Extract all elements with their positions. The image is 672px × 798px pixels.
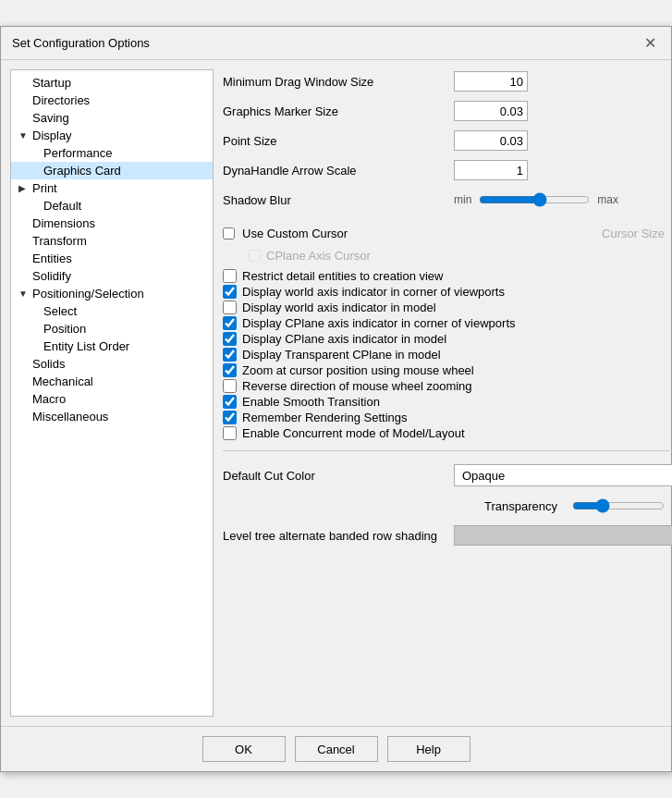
transparency-label-area: Transparency (223, 499, 565, 513)
checkbox-row-display-transparent-cplane: Display Transparent CPlane in model (223, 347, 672, 362)
sidebar-item-solids[interactable]: Solids (11, 355, 213, 373)
sidebar-item-label: Solids (32, 357, 65, 371)
sidebar-item-transform[interactable]: Transform (11, 232, 213, 250)
display-world-corner-checkbox[interactable] (223, 285, 237, 299)
zoom-cursor-checkbox[interactable] (223, 363, 237, 377)
sidebar-item-position[interactable]: Position (11, 320, 213, 338)
checkbox-row-display-world-model: Display world axis indicator in model (223, 300, 672, 315)
restrict-detail-label: Restrict detail entities to creation vie… (242, 269, 443, 283)
sidebar-item-entity-list-order[interactable]: Entity List Order (11, 338, 213, 355)
sidebar-item-startup[interactable]: Startup (11, 74, 213, 92)
display-transparent-cplane-checkbox[interactable] (223, 348, 237, 362)
min-drag-label: Minimum Drag Window Size (223, 75, 454, 89)
transparency-row: Transparency (223, 496, 672, 516)
dynahandle-label: DynaHandle Arrow Scale (223, 164, 454, 178)
sidebar-item-label: Solidify (32, 269, 71, 283)
remember-rendering-checkbox[interactable] (223, 411, 237, 424)
graphics-marker-row: Graphics Marker Size (223, 99, 672, 123)
default-cut-color-select[interactable]: Opaque Transparent Custom (454, 464, 672, 486)
sidebar-item-directories[interactable]: Directories (11, 92, 213, 109)
min-drag-input[interactable] (454, 71, 528, 92)
use-custom-cursor-checkbox[interactable] (223, 227, 235, 239)
sidebar-item-saving[interactable]: Saving (11, 109, 213, 127)
help-button[interactable]: Help (387, 736, 470, 762)
cancel-button[interactable]: Cancel (295, 736, 378, 762)
display-cplane-corner-label: Display CPlane axis indicator in corner … (242, 316, 516, 330)
dialog-body: StartupDirectoriesSaving▼DisplayPerforma… (1, 60, 671, 726)
graphics-marker-input[interactable] (454, 101, 528, 121)
display-cplane-model-checkbox[interactable] (223, 332, 237, 346)
checkbox-row-display-world-corner: Display world axis indicator in corner o… (223, 284, 672, 300)
expander-icon: ▼ (18, 289, 30, 299)
checkboxes-container: Restrict detail entities to creation vie… (223, 268, 672, 441)
ok-button[interactable]: OK (202, 736, 286, 762)
sidebar-item-positioning[interactable]: ▼Positioning/Selection (11, 285, 213, 302)
sidebar-item-label: Select (43, 304, 77, 318)
transparency-slider[interactable] (572, 498, 665, 513)
point-size-input[interactable] (454, 130, 528, 151)
remember-rendering-label: Remember Rendering Settings (242, 411, 407, 424)
settings-area: Minimum Drag Window Size Graphics Marker… (223, 69, 672, 717)
point-size-row: Point Size (223, 129, 672, 153)
sidebar-item-solidify[interactable]: Solidify (11, 267, 213, 285)
checkbox-row-enable-concurrent: Enable Concurrent mode of Model/Layout (223, 425, 672, 441)
cplane-cursor-row: CPlane Axis Cursor (223, 249, 672, 263)
sidebar-item-label: Saving (32, 111, 69, 125)
sidebar-item-label: Transform (32, 234, 87, 248)
shadow-slider-area: min max (454, 192, 618, 207)
close-button[interactable]: ✕ (641, 34, 660, 52)
sidebar-item-print[interactable]: ▶Print (11, 179, 213, 197)
zoom-cursor-label: Zoom at cursor position using mouse whee… (242, 363, 474, 377)
checkbox-row-zoom-cursor: Zoom at cursor position using mouse whee… (223, 362, 672, 378)
shadow-blur-label: Shadow Blur (223, 193, 454, 207)
display-cplane-model-label: Display CPlane axis indicator in model (242, 332, 446, 346)
sidebar-item-graphics-card[interactable]: Graphics Card (11, 162, 213, 179)
color-swatch[interactable] (454, 525, 672, 546)
reverse-direction-checkbox[interactable] (223, 379, 237, 393)
sidebar-item-label: Entity List Order (43, 339, 129, 353)
level-tree-row: Level tree alternate banded row shading … (223, 525, 672, 546)
sidebar-item-entities[interactable]: Entities (11, 250, 213, 267)
shadow-blur-row: Shadow Blur min max (223, 188, 672, 212)
display-world-model-label: Display world axis indicator in model (242, 301, 436, 314)
sidebar-item-macro[interactable]: Macro (11, 390, 213, 408)
sidebar-item-label: Mechanical (32, 374, 93, 388)
sidebar-item-select[interactable]: Select (11, 302, 213, 320)
graphics-marker-label: Graphics Marker Size (223, 104, 454, 118)
shadow-min-label: min (454, 193, 471, 206)
sidebar-item-dimensions[interactable]: Dimensions (11, 215, 213, 232)
sidebar-item-label: Graphics Card (43, 164, 121, 178)
display-transparent-cplane-label: Display Transparent CPlane in model (242, 348, 441, 362)
point-size-label: Point Size (223, 134, 454, 148)
tree-panel: StartupDirectoriesSaving▼DisplayPerforma… (10, 69, 214, 717)
checkbox-row-display-cplane-corner: Display CPlane axis indicator in corner … (223, 315, 672, 331)
display-world-model-checkbox[interactable] (223, 301, 237, 314)
sidebar-item-label: Positioning/Selection (32, 287, 144, 301)
enable-concurrent-checkbox[interactable] (223, 426, 237, 440)
custom-cursor-row: Use Custom Cursor Cursor Size (223, 223, 672, 243)
dynahandle-input[interactable] (454, 160, 528, 180)
dialog-title: Set Configuration Options (12, 36, 150, 50)
display-cplane-corner-checkbox[interactable] (223, 316, 237, 330)
sidebar-item-mechanical[interactable]: Mechanical (11, 373, 213, 390)
dialog: Set Configuration Options ✕ StartupDirec… (0, 26, 672, 772)
restrict-detail-checkbox[interactable] (223, 269, 237, 283)
checkbox-row-restrict-detail: Restrict detail entities to creation vie… (223, 268, 672, 284)
min-drag-row: Minimum Drag Window Size (223, 69, 672, 93)
shadow-blur-slider[interactable] (479, 192, 590, 207)
checkbox-row-reverse-direction: Reverse direction of mouse wheel zooming (223, 378, 672, 394)
expander-icon: ▶ (18, 183, 30, 193)
title-bar: Set Configuration Options ✕ (1, 27, 671, 60)
sidebar-item-performance[interactable]: Performance (11, 144, 213, 162)
sidebar-item-miscellaneous[interactable]: Miscellaneous (11, 408, 213, 425)
sidebar-item-label: Miscellaneous (32, 410, 108, 424)
sidebar-item-label: Entities (32, 252, 72, 265)
sidebar-item-default[interactable]: Default (11, 197, 213, 215)
cplane-axis-cursor-checkbox[interactable] (249, 250, 261, 262)
cplane-axis-cursor-label: CPlane Axis Cursor (266, 249, 371, 263)
sidebar-item-label: Macro (32, 392, 66, 406)
default-cut-color-label: Default Cut Color (223, 469, 454, 483)
level-tree-label: Level tree alternate banded row shading (223, 529, 454, 543)
enable-smooth-checkbox[interactable] (223, 395, 237, 409)
sidebar-item-display[interactable]: ▼Display (11, 127, 213, 144)
